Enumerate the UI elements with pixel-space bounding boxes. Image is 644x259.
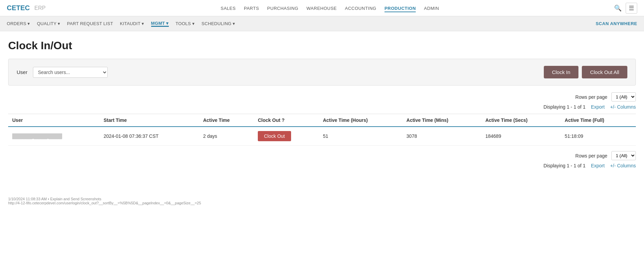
table-header-row: User Start Time Active Time Clock Out ? … bbox=[8, 114, 636, 127]
nav-item-parts[interactable]: PARTS bbox=[244, 5, 259, 11]
subnav-item-quality[interactable]: QUALITY ▾ bbox=[37, 21, 60, 26]
cell-active-secs: 184689 bbox=[481, 127, 561, 146]
clock-out-row-button[interactable]: Clock Out bbox=[258, 131, 291, 141]
col-active-full: Active Time (Full) bbox=[561, 114, 636, 127]
cell-active-mins: 3078 bbox=[402, 127, 481, 146]
col-active-time: Active Time bbox=[199, 114, 254, 127]
data-table: User Start Time Active Time Clock Out ? … bbox=[8, 114, 636, 146]
rows-per-page-select-top[interactable]: 1 (All) 10 25 50 100 bbox=[611, 92, 636, 101]
pagination-info-bottom: Displaying 1 - 1 of 1 Export +/- Columns bbox=[8, 163, 636, 168]
page-title: Clock In/Out bbox=[8, 39, 636, 52]
sub-nav-list: ORDERS ▾ QUALITY ▾ PART REQUEST LIST KIT… bbox=[7, 16, 235, 31]
col-active-mins: Active Time (Mins) bbox=[402, 114, 481, 127]
cell-clock-out-action: Clock Out bbox=[254, 127, 319, 146]
top-nav-right: 🔍 ☰ bbox=[614, 3, 637, 14]
subnav-item-kitaudit[interactable]: KITAUDIT ▾ bbox=[120, 21, 144, 26]
scan-anywhere-label[interactable]: SCAN ANYWHERE bbox=[596, 21, 637, 26]
col-start-time: Start Time bbox=[100, 114, 199, 127]
columns-link-top[interactable]: +/- Columns bbox=[610, 104, 636, 110]
user-label: User bbox=[17, 69, 28, 75]
cell-start-time: 2024-01-08 07:36:37 CST bbox=[100, 127, 199, 146]
user-select[interactable]: Search users... bbox=[33, 67, 108, 78]
table-header: User Start Time Active Time Clock Out ? … bbox=[8, 114, 636, 127]
columns-link-bottom[interactable]: +/- Columns bbox=[610, 163, 636, 168]
nav-item-production[interactable]: PRODUCTION bbox=[384, 5, 416, 11]
redacted-user-name: ██████ ████ ████ bbox=[12, 133, 62, 139]
display-text-top: Displaying 1 - 1 of 1 bbox=[543, 104, 586, 110]
logo: CETEC ERP bbox=[7, 4, 46, 12]
main-nav: SALES PARTS PURCHASING WAREHOUSE ACCOUNT… bbox=[221, 5, 439, 11]
logo-cetec: CETEC bbox=[7, 4, 30, 12]
nav-item-warehouse[interactable]: WAREHOUSE bbox=[306, 5, 337, 11]
rows-per-page-label-bottom: Rows per page bbox=[575, 153, 607, 159]
pagination-info-top: Displaying 1 - 1 of 1 Export +/- Columns bbox=[8, 104, 636, 110]
table-controls-top: Rows per page 1 (All) 10 25 50 100 bbox=[8, 92, 636, 101]
cell-active-hours: 51 bbox=[319, 127, 402, 146]
subnav-item-tools[interactable]: TOOLS ▾ bbox=[176, 21, 195, 26]
nav-item-admin[interactable]: ADMIN bbox=[424, 5, 439, 11]
main-nav-list: SALES PARTS PURCHASING WAREHOUSE ACCOUNT… bbox=[221, 5, 439, 11]
subnav-item-scheduling[interactable]: SCHEDULING ▾ bbox=[201, 21, 235, 26]
col-active-secs: Active Time (Secs) bbox=[481, 114, 561, 127]
export-link-bottom[interactable]: Export bbox=[591, 163, 605, 168]
rows-per-page-select-bottom[interactable]: 1 (All) 10 25 50 100 bbox=[611, 151, 636, 160]
cell-active-time: 2 days bbox=[199, 127, 254, 146]
search-button[interactable]: 🔍 bbox=[614, 4, 622, 12]
footer: 1/10/2024 11:08:33 AM • Explain and Send… bbox=[0, 194, 644, 208]
subnav-item-orders[interactable]: ORDERS ▾ bbox=[7, 21, 30, 26]
subnav-item-part-request-list[interactable]: PART REQUEST LIST bbox=[67, 21, 113, 26]
menu-button[interactable]: ☰ bbox=[626, 3, 637, 14]
clock-out-all-button[interactable]: Clock Out All bbox=[582, 66, 627, 78]
display-text-bottom: Displaying 1 - 1 of 1 bbox=[543, 163, 586, 168]
footer-explain-link[interactable]: Explain and Send Screenshots bbox=[50, 197, 101, 201]
export-link-top[interactable]: Export bbox=[591, 104, 605, 110]
filter-box: User Search users... Clock In Clock Out … bbox=[8, 59, 636, 86]
top-nav: CETEC ERP SALES PARTS PURCHASING WAREHOU… bbox=[0, 0, 644, 16]
rows-per-page-label-top: Rows per page bbox=[575, 94, 607, 100]
col-user: User bbox=[8, 114, 100, 127]
top-nav-left: CETEC ERP bbox=[7, 4, 46, 12]
nav-item-sales[interactable]: SALES bbox=[221, 5, 236, 11]
clock-in-button[interactable]: Clock In bbox=[544, 66, 578, 78]
sub-nav: ORDERS ▾ QUALITY ▾ PART REQUEST LIST KIT… bbox=[0, 16, 644, 31]
page-content: Clock In/Out User Search users... Clock … bbox=[0, 31, 644, 181]
nav-item-accounting[interactable]: ACCOUNTING bbox=[345, 5, 376, 11]
bottom-controls: Rows per page 1 (All) 10 25 50 100 Displ… bbox=[8, 151, 636, 168]
table-controls-bottom: Rows per page 1 (All) 10 25 50 100 bbox=[8, 151, 636, 160]
nav-item-purchasing[interactable]: PURCHASING bbox=[267, 5, 299, 11]
table-body: ██████ ████ ████ 2024-01-08 07:36:37 CST… bbox=[8, 127, 636, 146]
logo-erp: ERP bbox=[34, 5, 46, 11]
footer-url: http://4-12-fifo.cetecerpdevel.com/userl… bbox=[8, 201, 201, 205]
table-row: ██████ ████ ████ 2024-01-08 07:36:37 CST… bbox=[8, 127, 636, 146]
cell-user: ██████ ████ ████ bbox=[8, 127, 100, 146]
subnav-item-mgmt[interactable]: MGMT ▾ bbox=[151, 21, 169, 27]
col-clock-out: Clock Out ? bbox=[254, 114, 319, 127]
cell-active-full: 51:18:09 bbox=[561, 127, 636, 146]
col-active-hours: Active Time (Hours) bbox=[319, 114, 402, 127]
footer-timestamp: 1/10/2024 11:08:33 AM bbox=[8, 197, 47, 201]
filter-actions: Clock In Clock Out All bbox=[544, 66, 627, 78]
